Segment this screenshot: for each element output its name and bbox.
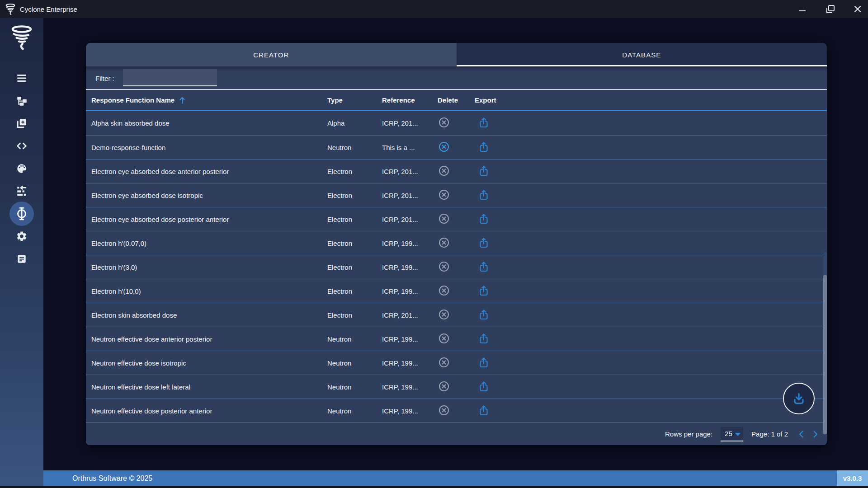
export-icon xyxy=(477,260,490,273)
phi-icon xyxy=(14,206,29,221)
sort-arrow-icon xyxy=(16,185,28,197)
export-button[interactable] xyxy=(477,236,490,250)
row-reference-cell: ICRP, 201... xyxy=(382,168,433,175)
table-row[interactable]: Electron h'(0.07,0) Electron ICRP, 199..… xyxy=(86,231,827,255)
sidebar-item-hierarchy[interactable] xyxy=(9,89,34,112)
sidebar-item-palette[interactable] xyxy=(9,157,34,180)
export-button[interactable] xyxy=(477,284,490,298)
footer: Orthrus Software © 2025 v3.0.3 xyxy=(43,470,868,486)
row-type-cell: Electron xyxy=(327,311,382,319)
table-row[interactable]: Electron h'(10,0) Electron ICRP, 199... xyxy=(86,279,827,303)
row-name-cell: Electron eye absorbed dose anterior post… xyxy=(91,168,306,175)
export-button[interactable] xyxy=(477,116,490,130)
delete-button[interactable] xyxy=(438,332,450,346)
sidebar-item-sort[interactable] xyxy=(9,180,34,202)
table-row[interactable]: Electron skin absorbed dose Electron ICR… xyxy=(86,303,827,327)
sidebar-item-settings[interactable] xyxy=(9,225,34,248)
delete-button[interactable] xyxy=(438,188,450,202)
export-button[interactable] xyxy=(477,188,490,202)
row-reference-cell: ICRP, 201... xyxy=(382,311,433,319)
sidebar-item-code[interactable] xyxy=(9,135,34,157)
delete-button[interactable] xyxy=(438,164,450,178)
export-button[interactable] xyxy=(477,164,490,178)
filter-input[interactable] xyxy=(123,69,217,86)
table-scrollbar-track[interactable] xyxy=(823,252,827,435)
column-header-reference[interactable]: Reference xyxy=(382,96,433,104)
app-title: Cyclone Enterprise xyxy=(20,5,77,13)
sidebar-item-menu[interactable] xyxy=(9,67,34,89)
table-row[interactable]: Electron h'(3,0) Electron ICRP, 199... xyxy=(86,255,827,279)
export-button[interactable] xyxy=(477,332,490,346)
column-header-export: Export xyxy=(474,96,827,104)
export-icon xyxy=(477,236,490,249)
table-row[interactable]: Neutron effective dose isotropic Neutron… xyxy=(86,351,827,375)
minimize-button[interactable] xyxy=(792,0,813,18)
row-name-cell: Electron h'(10,0) xyxy=(91,287,306,295)
article-icon xyxy=(16,253,28,265)
delete-button[interactable] xyxy=(438,260,450,274)
next-page-button[interactable] xyxy=(810,429,821,440)
column-header-name[interactable]: Response Function Name xyxy=(91,96,306,105)
export-button[interactable] xyxy=(477,212,490,226)
sidebar-item-phi-active[interactable] xyxy=(9,202,34,225)
maximize-button[interactable] xyxy=(820,0,841,18)
table-row[interactable]: Neutron effective dose left lateral Neut… xyxy=(86,375,827,399)
export-button[interactable] xyxy=(477,308,490,322)
delete-button[interactable] xyxy=(438,236,450,250)
row-reference-cell: ICRP, 199... xyxy=(382,383,433,391)
row-type-cell: Electron xyxy=(327,263,382,271)
delete-icon xyxy=(438,380,450,393)
table-row[interactable]: Electron eye absorbed dose posterior ant… xyxy=(86,207,827,231)
export-button[interactable] xyxy=(477,260,490,274)
row-type-cell: Electron xyxy=(327,216,382,223)
row-reference-cell: ICRP, 201... xyxy=(382,192,433,199)
export-button[interactable] xyxy=(477,141,490,155)
table-row[interactable]: Alpha skin absorbed dose Alpha ICRP, 201… xyxy=(86,111,827,135)
version-badge: v3.0.3 xyxy=(837,470,868,486)
delete-button[interactable] xyxy=(438,284,450,298)
table-row[interactable]: Demo-response-function Neutron This is a… xyxy=(86,135,827,159)
export-button[interactable] xyxy=(477,404,490,418)
table-scrollbar-thumb[interactable] xyxy=(823,275,827,434)
delete-button[interactable] xyxy=(438,404,450,418)
export-icon xyxy=(477,332,490,345)
delete-icon xyxy=(438,188,450,201)
table-row[interactable]: Neutron effective dose anterior posterio… xyxy=(86,327,827,351)
column-header-type[interactable]: Type xyxy=(327,96,382,104)
chevron-left-icon xyxy=(797,429,807,439)
row-name-cell: Neutron effective dose left lateral xyxy=(91,383,306,391)
tab-creator[interactable]: CREATOR xyxy=(86,43,457,66)
export-button[interactable] xyxy=(477,380,490,394)
sidebar-item-library-add[interactable] xyxy=(9,112,34,135)
row-name-cell: Electron eye absorbed dose isotropic xyxy=(91,192,306,199)
delete-icon xyxy=(438,332,450,345)
download-all-button[interactable] xyxy=(783,383,815,414)
code-tags-icon xyxy=(15,140,28,152)
delete-button[interactable] xyxy=(438,212,450,226)
palette-icon xyxy=(16,163,28,174)
close-button[interactable] xyxy=(847,0,868,18)
pagination-bar: Rows per page: 25 Page: 1 of 2 xyxy=(86,422,827,445)
delete-button[interactable] xyxy=(438,356,450,370)
export-button[interactable] xyxy=(477,356,490,370)
table-row[interactable]: Electron eye absorbed dose anterior post… xyxy=(86,159,827,183)
previous-page-button[interactable] xyxy=(796,429,807,440)
delete-button[interactable] xyxy=(438,141,450,155)
sidebar-item-article[interactable] xyxy=(9,248,34,270)
row-type-cell: Electron xyxy=(327,287,382,295)
tornado-logo-icon xyxy=(9,23,34,51)
tab-database[interactable]: DATABASE xyxy=(457,43,827,66)
row-reference-cell: ICRP, 199... xyxy=(382,359,433,367)
table-row[interactable]: Neutron effective dose posterior anterio… xyxy=(86,399,827,422)
delete-button[interactable] xyxy=(438,116,450,130)
table-row[interactable]: Electron eye absorbed dose isotropic Ele… xyxy=(86,183,827,207)
delete-icon xyxy=(438,116,450,129)
delete-icon xyxy=(438,356,450,369)
download-icon xyxy=(790,390,807,407)
export-icon xyxy=(477,141,490,153)
delete-button[interactable] xyxy=(438,308,450,322)
rows-per-page-select[interactable]: 25 xyxy=(721,427,743,441)
delete-icon xyxy=(438,236,450,249)
row-name-cell: Neutron effective dose posterior anterio… xyxy=(91,407,306,415)
delete-button[interactable] xyxy=(438,380,450,394)
